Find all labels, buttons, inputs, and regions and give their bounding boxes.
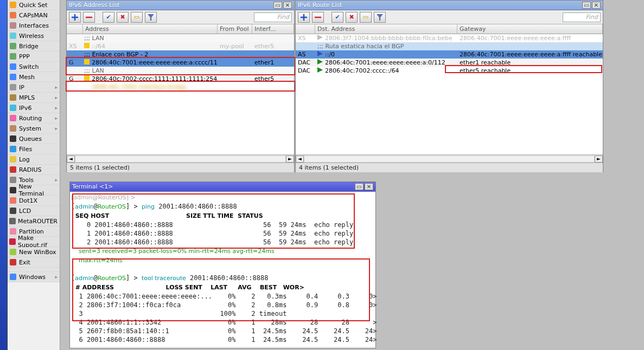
close-button[interactable]: ✕: [365, 183, 373, 190]
svg-rect-18: [10, 187, 16, 193]
svg-rect-5: [10, 53, 16, 60]
window-title: IPv6 Address List: [69, 2, 119, 9]
close-button[interactable]: ✕: [283, 2, 292, 9]
sidebar-item-ipv6[interactable]: IPv6▸: [8, 103, 60, 113]
minimize-button[interactable]: ▭: [273, 2, 282, 9]
sidebar-item-new-terminal[interactable]: New Terminal: [8, 185, 60, 196]
sidebar-item-system[interactable]: System▸: [8, 124, 60, 134]
sidebar-item-label: Interfaces: [19, 22, 49, 29]
sidebar-item-new-winbox[interactable]: New WinBox: [8, 247, 60, 257]
svg-rect-17: [10, 177, 16, 183]
minimize-button[interactable]: ▭: [582, 2, 591, 9]
col-dst[interactable]: Dst. Address: [315, 24, 457, 34]
sidebar-item-radius[interactable]: RADIUS: [8, 165, 60, 175]
table-row[interactable]: 2806:40c:7002 interface bridge: [67, 83, 294, 91]
menu-icon: [9, 273, 17, 281]
sidebar-item-files[interactable]: Files: [8, 144, 60, 154]
menu-icon: [9, 238, 16, 245]
enable-button[interactable]: ✔: [103, 12, 114, 23]
comment-button[interactable]: ▭: [131, 12, 143, 23]
sidebar-item-label: CAPsMAN: [19, 12, 48, 19]
sidebar-item-capsman[interactable]: CAPsMAN: [8, 10, 60, 21]
list-header[interactable]: Dst. Address Gateway: [296, 24, 603, 34]
menu-icon: [9, 248, 17, 256]
sidebar-item-windows[interactable]: Windows▸: [8, 272, 60, 282]
table-row[interactable]: DAC2806:40c:7002:cccc::/64ether5 reachab…: [296, 67, 603, 75]
table-row[interactable]: XS2806:3f7:1004:bbbb:bbbb:bbbb:f0ca:bebe…: [296, 34, 603, 42]
hscrollbar[interactable]: ◄►: [67, 154, 294, 163]
sidebar-item-lcd[interactable]: LCD: [8, 206, 60, 216]
sidebar-item-metarouter[interactable]: MetaROUTER: [8, 216, 60, 226]
filter-button[interactable]: [145, 12, 157, 23]
titlebar[interactable]: IPv6 Address List ▭ ✕: [67, 1, 294, 10]
sidebar-item-label: New WinBox: [19, 249, 56, 256]
svg-rect-9: [10, 94, 16, 101]
table-row[interactable]: G2806:40c:7001:eeee:eeee:eeee:a:cccc/112…: [67, 59, 294, 67]
close-button[interactable]: ✕: [592, 2, 601, 9]
sidebar-item-interfaces[interactable]: Interfaces: [8, 21, 60, 31]
sidebar-item-mesh[interactable]: Mesh: [8, 72, 60, 82]
hscrollbar[interactable]: ◄►: [296, 154, 603, 163]
ipv6-route-list-window: IPv6 Route List ▭ ✕ ✔ ✖ ▭ Find Dst. Addr…: [295, 0, 603, 172]
table-row[interactable]: DAC2806:40c:7001:eeee:eeee:eeee:a:0/112e…: [296, 59, 603, 67]
filter-button[interactable]: [374, 12, 386, 23]
sidebar-item-queues[interactable]: Queues: [8, 134, 60, 144]
col-address[interactable]: Address: [83, 24, 218, 34]
col-interface[interactable]: Interf...: [252, 24, 294, 34]
sidebar-item-mpls[interactable]: MPLS▸: [8, 93, 60, 103]
col-from-pool[interactable]: From Pool: [218, 24, 252, 34]
remove-button[interactable]: [312, 12, 324, 23]
sidebar-item-wireless[interactable]: Wireless: [8, 31, 60, 41]
find-input[interactable]: Find: [563, 12, 601, 22]
sidebar-item-make-supout-rif[interactable]: Make Supout.rif: [8, 237, 60, 247]
disable-button[interactable]: ✖: [346, 12, 358, 23]
add-button[interactable]: [69, 12, 81, 23]
sidebar-item-label: Switch: [19, 63, 39, 70]
sidebar-item-routing[interactable]: Routing▸: [8, 113, 60, 124]
minimize-button[interactable]: ▭: [355, 183, 364, 190]
disable-button[interactable]: ✖: [117, 12, 129, 23]
address-list-body[interactable]: ;;; LANXS::/64my-poolether5;;; Enlace co…: [67, 34, 294, 154]
svg-rect-26: [10, 274, 16, 280]
col-gateway[interactable]: Gateway: [457, 24, 603, 34]
chevron-right-icon: ▸: [55, 274, 58, 280]
find-input[interactable]: Find: [254, 12, 292, 22]
table-row[interactable]: XS::/64my-poolether5: [67, 42, 294, 50]
remove-button[interactable]: [83, 12, 95, 23]
svg-rect-19: [10, 197, 16, 204]
sidebar-item-label: Files: [19, 146, 32, 153]
menu-icon: [9, 94, 17, 101]
sidebar-item-bridge[interactable]: Bridge: [8, 41, 60, 51]
sidebar-item-log[interactable]: Log: [8, 154, 60, 165]
titlebar[interactable]: IPv6 Route List ▭ ✕: [296, 1, 603, 10]
titlebar[interactable]: Terminal <1> ▭ ✕: [70, 182, 375, 192]
table-row[interactable]: AS::/02806:40c:7001:eeee:eeee:eeee:a:fff…: [296, 50, 603, 59]
comment-button[interactable]: ▭: [360, 12, 372, 23]
toolbar: ✔ ✖ ▭ Find: [67, 10, 294, 24]
table-row[interactable]: ;;; LAN: [67, 67, 294, 75]
svg-rect-10: [10, 105, 16, 111]
route-list-body[interactable]: XS2806:3f7:1004:bbbb:bbbb:bbbb:f0ca:bebe…: [296, 34, 603, 154]
window-title: IPv6 Route List: [298, 2, 342, 9]
menu-icon: [9, 135, 17, 142]
sidebar-item-ip[interactable]: IP▸: [8, 82, 60, 93]
table-row[interactable]: G2806:40c:7002:cccc:1111:1111:1111:254/6…: [67, 75, 294, 83]
table-row[interactable]: ;;; LAN: [67, 34, 294, 42]
menu-icon: [9, 258, 17, 266]
add-button[interactable]: [298, 12, 310, 23]
enable-button[interactable]: ✔: [331, 12, 343, 23]
sidebar-item-label: Quick Set: [19, 2, 48, 9]
table-row[interactable]: ;;; Enlace con BGP - 2: [67, 50, 294, 59]
sidebar-item-label: IPv6: [19, 105, 31, 112]
terminal-body[interactable]: [admin@RouterOS] > [admin@RouterOS] > pi…: [70, 192, 375, 348]
sidebar-item-ppp[interactable]: PPP: [8, 51, 60, 62]
chevron-right-icon: ▸: [55, 126, 58, 131]
sidebar-item-quick-set[interactable]: Quick Set: [8, 0, 60, 10]
sidebar-item-label: Bridge: [19, 43, 39, 50]
list-header[interactable]: Address From Pool Interf...: [67, 24, 294, 34]
sidebar-item-switch[interactable]: Switch: [8, 62, 60, 72]
sidebar-item-dot1x[interactable]: Dot1X: [8, 196, 60, 206]
svg-rect-20: [10, 208, 16, 214]
sidebar-item-exit[interactable]: Exit: [8, 257, 60, 268]
table-row[interactable]: ;;; Ruta estatica hacia el BGP: [296, 42, 603, 50]
